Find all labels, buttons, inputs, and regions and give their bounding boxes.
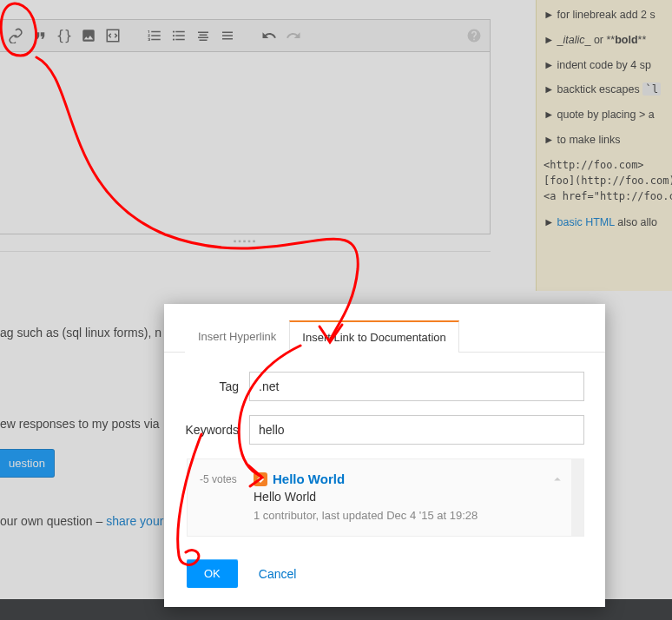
t: italic [563,34,584,46]
code-icon[interactable]: {} [54,25,75,46]
hr-icon[interactable] [217,25,238,46]
editor: {} [0,19,491,234]
tab-insert-hyperlink[interactable]: Insert Hyperlink [185,320,289,353]
search-result[interactable]: -5 votes Hello World Hello World 1 contr… [187,458,584,537]
quote-icon[interactable] [30,25,50,46]
cancel-link[interactable]: Cancel [259,567,297,581]
chevron-up-icon[interactable] [547,472,568,522]
ask-question-button[interactable]: uestion [0,449,55,478]
keywords-input[interactable] [249,415,584,445]
help-quote: quote by placing > a [557,109,654,121]
result-title-link[interactable]: Hello World [273,472,345,486]
markdown-help-panel: ► for linebreak add 2 s ► _italic_ or **… [536,0,672,291]
t: ** [638,34,647,46]
result-scrollbar[interactable] [571,459,583,536]
doc-badge-icon [254,472,267,486]
basic-html-link[interactable]: basic HTML [557,216,614,228]
redo-icon[interactable] [283,25,304,46]
result-meta: 1 contributor, last updated Dec 4 '15 at… [254,509,547,522]
help-example-3: <a href="http://foo.com [544,188,667,204]
help-backtick: backtick escapes [557,83,642,96]
help-example-2: [foo](http://foo.com) [544,173,667,188]
tag-label: Tag [185,379,249,393]
tab-insert-link-documentation[interactable]: Insert Link to Documentation [289,320,458,353]
image-icon[interactable] [78,25,99,46]
t: also allo [615,216,657,228]
result-votes: -5 votes [200,472,254,522]
ok-button[interactable]: OK [187,559,238,588]
help-linebreak: for linebreak add 2 s [557,9,655,21]
help-icon[interactable] [464,25,484,46]
tag-input[interactable] [249,372,584,401]
help-links: to make links [557,134,620,146]
insert-link-dialog: Insert Hyperlink Insert Link to Document… [164,304,605,607]
link-icon[interactable] [5,25,26,46]
unordered-list-icon[interactable] [168,25,189,46]
t: bold [615,34,637,46]
resize-grip[interactable]: ▪▪▪▪▪ [0,234,491,252]
help-indent: indent code by 4 sp [557,59,650,71]
t: _ or ** [584,34,615,46]
dialog-tabs: Insert Hyperlink Insert Link to Document… [164,304,605,353]
undo-icon[interactable] [259,25,280,46]
share-knowledge-link[interactable]: share your k [106,514,173,528]
help-example-1: <http://foo.com> [544,157,667,173]
snippet-icon[interactable] [102,25,123,46]
t: our own question – [0,514,106,528]
editor-textarea[interactable] [0,52,491,234]
keywords-label: Keywords [185,423,249,437]
result-subtitle: Hello World [254,490,547,504]
heading-icon[interactable] [193,25,214,46]
t: `l [642,82,661,96]
editor-toolbar: {} [0,19,491,52]
responses-text: ew responses to my posts via [0,417,174,431]
ordered-list-icon[interactable] [144,25,165,46]
